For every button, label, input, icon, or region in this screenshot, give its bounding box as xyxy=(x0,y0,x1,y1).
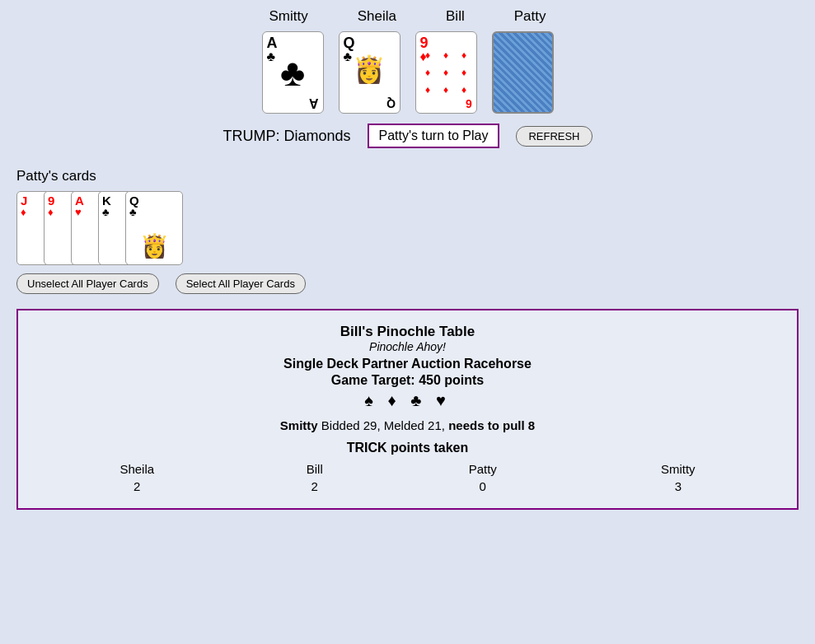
trick-header-bill: Bill xyxy=(239,460,390,478)
card-rank-bottom: Q xyxy=(386,97,396,110)
hand-card-rank: Q xyxy=(129,194,139,207)
trick-header-sheila: Sheila xyxy=(35,460,239,478)
hand-card-rank: A xyxy=(75,194,84,207)
trick-section: TRICK points taken Sheila Bill Patty Smi… xyxy=(35,441,780,495)
game-info-box: Bill's Pinochle Table Pinochle Ahoy! Sin… xyxy=(16,309,799,510)
hand-card-rank: K xyxy=(102,194,111,207)
trick-value-smitty: 3 xyxy=(576,478,780,495)
card-rank: A xyxy=(267,35,278,50)
trump-row: TRUMP: Diamonds Patty's turn to Play REF… xyxy=(16,124,799,148)
trick-value-patty: 0 xyxy=(390,478,576,495)
card-suit: ♣ xyxy=(267,50,276,63)
player-name-bill: Bill xyxy=(446,8,465,25)
pip-grid: ♦ ♦ ♦ ♦ ♦ ♦ ♦ ♦ ♦ xyxy=(419,47,473,98)
trump-label: TRUMP: Diamonds xyxy=(222,128,350,145)
sheila-card: Q ♣ 👸 Q xyxy=(339,31,400,114)
trick-table: Sheila Bill Patty Smitty 2 2 0 3 xyxy=(35,460,780,495)
table-cards-row: A ♣ ♣ A Q ♣ 👸 Q 9 ♦ ♦ ♦ ♦ ♦ ♦ ♦ ♦ ♦ xyxy=(16,31,799,114)
game-target: Game Target: 450 points xyxy=(35,373,780,388)
card-rank-bottom: 6 xyxy=(466,97,472,110)
player-name-patty: Patty xyxy=(514,8,546,25)
player-name-smitty: Smitty xyxy=(269,8,308,25)
table-title: Bill's Pinochle Table xyxy=(35,324,780,340)
card-rank-bottom: A xyxy=(309,96,319,110)
game-type: Single Deck Partner Auction Racehorse xyxy=(35,357,780,371)
hand-card-suit: ♦ xyxy=(21,207,26,217)
unselect-all-button[interactable]: Unselect All Player Cards xyxy=(16,273,159,294)
hand-card-rank: 9 xyxy=(48,194,54,207)
hand-cards-row: J ♦ 9 ♦ A ♥ K ♣ Q ♣ 👸 xyxy=(16,191,815,265)
trick-values-row: 2 2 0 3 xyxy=(35,478,780,495)
trick-value-sheila: 2 xyxy=(35,478,239,495)
trick-header-smitty: Smitty xyxy=(576,460,780,478)
player-names-row: Smitty Sheila Bill Patty xyxy=(16,8,799,25)
card-action-buttons: Unselect All Player Cards Select All Pla… xyxy=(16,273,815,294)
refresh-button[interactable]: REFRESH xyxy=(516,126,592,147)
bidded-info: Smitty Bidded 29, Melded 21, needs to pu… xyxy=(35,418,780,432)
bidded-player-name: Smitty xyxy=(280,418,318,432)
patty-card-back xyxy=(492,31,554,114)
card-rank: Q xyxy=(344,35,355,50)
patty-cards-label: Patty's cards xyxy=(16,168,815,184)
bidded-text: Bidded 29, Melded 21, xyxy=(318,418,448,432)
ace-clubs-big-suit: ♣ xyxy=(280,50,305,95)
trick-header-patty: Patty xyxy=(390,460,576,478)
trick-title: TRICK points taken xyxy=(35,441,780,455)
hand-card-suit: ♣ xyxy=(102,207,110,217)
smitty-card: A ♣ ♣ A xyxy=(262,31,324,114)
trick-headers-row: Sheila Bill Patty Smitty xyxy=(35,460,780,478)
hand-card-suit: ♥ xyxy=(75,207,82,217)
queen-icon: 👸 xyxy=(353,54,386,85)
queen-card-icon: 👸 xyxy=(140,232,169,259)
bill-card: 9 ♦ ♦ ♦ ♦ ♦ ♦ ♦ ♦ ♦ ♦ 6 xyxy=(415,31,477,114)
turn-indicator: Patty's turn to Play xyxy=(368,124,500,148)
table-subtitle: Pinochle Ahoy! xyxy=(35,340,780,353)
card-suit: ♣ xyxy=(344,50,353,63)
hand-card-suit: ♣ xyxy=(129,207,137,217)
needs-text: needs to pull 8 xyxy=(448,418,535,432)
suits-display: ♠ ♦ ♣ ♥ xyxy=(35,391,780,410)
hand-card-rank: J xyxy=(21,194,27,207)
hand-card-suit: ♦ xyxy=(48,207,54,217)
hand-card-q-clubs[interactable]: Q ♣ 👸 xyxy=(125,191,183,265)
select-all-button[interactable]: Select All Player Cards xyxy=(176,273,306,294)
player-name-sheila: Sheila xyxy=(358,8,396,25)
trick-value-bill: 2 xyxy=(239,478,390,495)
